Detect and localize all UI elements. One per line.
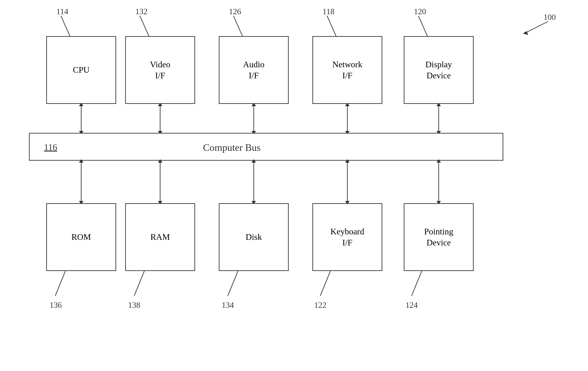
svg-marker-28 [252, 159, 256, 163]
svg-line-4 [418, 16, 427, 36]
disk-box: Disk [219, 203, 289, 271]
ref-100: 100 [544, 12, 556, 22]
svg-marker-34 [436, 159, 441, 163]
svg-line-41 [525, 22, 548, 33]
ref-118: 118 [323, 7, 335, 16]
svg-marker-16 [345, 131, 350, 134]
network-if-box: NetworkI/F [312, 36, 382, 104]
ref-134: 134 [222, 300, 234, 310]
pointing-device-box: PointingDevice [404, 203, 474, 271]
svg-line-38 [228, 271, 238, 296]
ref-124: 124 [406, 300, 418, 310]
ref-132: 132 [135, 7, 147, 16]
bus-label: Computer Bus [203, 142, 261, 153]
svg-marker-7 [79, 131, 84, 134]
svg-line-2 [233, 16, 242, 36]
ref-114: 114 [56, 7, 68, 16]
rom-box: ROM [46, 203, 116, 271]
ref-126: 126 [229, 7, 241, 16]
svg-line-39 [320, 271, 330, 296]
svg-rect-20 [29, 133, 503, 160]
svg-marker-13 [252, 131, 256, 134]
svg-line-0 [61, 16, 70, 36]
svg-line-37 [134, 271, 144, 296]
svg-marker-10 [158, 131, 162, 134]
keyboard-if-box: KeyboardI/F [312, 203, 382, 271]
video-if-box: VideoI/F [125, 36, 195, 104]
svg-marker-42 [523, 31, 528, 35]
ram-box: RAM [125, 203, 195, 271]
cpu-box: CPU [46, 36, 116, 104]
svg-line-36 [55, 271, 65, 296]
ref-120: 120 [414, 7, 426, 16]
svg-line-40 [412, 271, 422, 296]
ref-136: 136 [50, 300, 62, 310]
display-device-box: DisplayDevice [404, 36, 474, 104]
bus-ref: 116 [44, 142, 57, 153]
svg-line-1 [140, 16, 149, 36]
svg-line-3 [327, 16, 336, 36]
svg-marker-25 [158, 159, 162, 163]
svg-marker-31 [345, 159, 350, 163]
ref-122: 122 [314, 300, 326, 310]
ref-138: 138 [128, 300, 140, 310]
svg-marker-22 [79, 159, 84, 163]
diagram-container: 114 132 126 118 120 100 CPU VideoI/F Aud… [0, 0, 588, 371]
svg-marker-19 [436, 131, 441, 134]
audio-if-box: AudioI/F [219, 36, 289, 104]
